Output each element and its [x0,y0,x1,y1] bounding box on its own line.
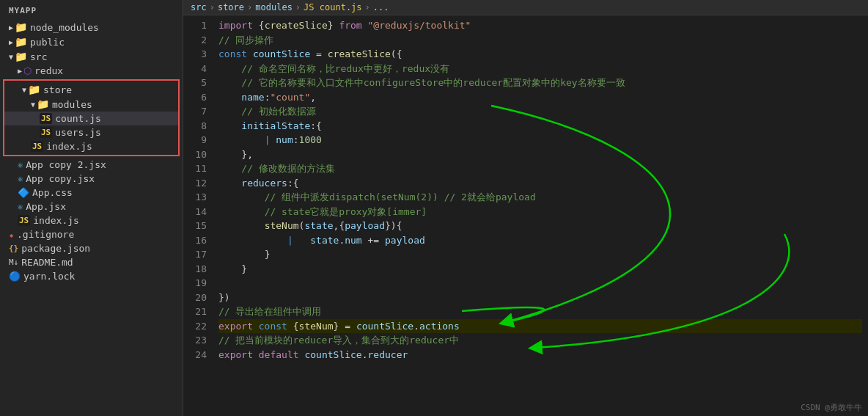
breadcrumb-src: src [191,2,207,12]
breadcrumb-file: JS count.js [304,2,361,12]
breadcrumb-store: store [218,2,244,12]
js-icon: JS [31,141,43,152]
react-icon: ⚛ [18,160,23,170]
sidebar-item-index-js[interactable]: JS index.js [0,214,183,227]
chevron-right-icon: ▶ [9,38,13,46]
react-icon: ⚛ [18,202,23,212]
folder-icon: 📁 [37,98,49,110]
sidebar-label-index-js-store: index.js [46,141,92,152]
folder-icon: 📁 [15,51,27,62]
sidebar-item-app-jsx[interactable]: ⚛ App.jsx [0,200,183,214]
code-area[interactable]: 12345 678910 1112131415 1617181920 21222… [183,15,868,416]
sidebar-label-app-css: App.css [32,187,73,198]
sidebar-item-gitignore[interactable]: ⬥ .gitignore [0,227,183,241]
breadcrumb-sep2: › [247,2,252,12]
breadcrumb-sep4: › [365,2,370,12]
chevron-right-icon: ▶ [18,67,22,75]
sidebar-item-src[interactable]: ▼ 📁 src [0,49,183,64]
sidebar-label-src: src [30,51,47,62]
json-icon: {} [9,244,18,253]
sidebar-label-public: public [30,37,65,48]
sidebar-item-app-copy2[interactable]: ⚛ App copy 2.jsx [0,158,183,172]
chevron-right-icon: ▶ [9,23,13,32]
sidebar-label-store: store [43,84,72,95]
sidebar-label-app-jsx: App.jsx [26,201,66,212]
sidebar-item-redux[interactable]: ▶ ⬡ redux [0,64,183,78]
sidebar-item-app-copy[interactable]: ⚛ App copy.jsx [0,172,183,186]
sidebar-label-package-json: package.json [21,243,90,254]
sidebar-label-users-js: users.js [55,127,101,138]
chevron-down-icon: ▼ [22,86,26,94]
sidebar-label-count-js: count.js [55,113,101,124]
folder-icon: 📁 [28,84,40,95]
sidebar-item-readme[interactable]: M↓ README.md [0,255,183,269]
sidebar: MYAPP ▶ 📁 node_modules ▶ 📁 public ▼ 📁 sr… [0,0,183,416]
breadcrumb-sep3: › [295,2,301,12]
sidebar-label-node-modules: node_modules [30,22,99,33]
breadcrumb-modules: modules [255,2,293,12]
git-icon: ⬥ [9,230,14,240]
js-icon: JS [40,113,52,124]
sidebar-item-node-modules[interactable]: ▶ 📁 node_modules [0,20,183,34]
js-icon: JS [18,215,30,226]
sidebar-label-app-copy2: App copy 2.jsx [26,159,106,170]
sidebar-item-package-json[interactable]: {} package.json [0,241,183,255]
sidebar-item-index-js-store[interactable]: JS index.js [4,139,178,153]
sidebar-item-yarn-lock[interactable]: 🔵 yarn.lock [0,269,183,283]
breadcrumb: src › store › modules › JS count.js › ..… [183,0,868,15]
sidebar-item-modules[interactable]: ▼ 📁 modules [4,97,178,112]
folder-icon: 📁 [15,21,27,33]
line-numbers: 12345 678910 1112131415 1617181920 21222… [183,15,213,416]
react-icon: ⚛ [18,174,23,184]
chevron-down-icon: ▼ [31,101,35,109]
sidebar-item-users-js[interactable]: JS users.js [4,125,178,139]
chevron-down-icon: ▼ [9,53,13,61]
sidebar-label-app-copy: App copy.jsx [26,173,95,184]
code-content[interactable]: import {createSlice} from "@reduxjs/tool… [213,15,868,416]
sidebar-label-yarn-lock: yarn.lock [23,271,75,282]
sidebar-header: MYAPP [0,0,183,20]
sidebar-label-redux: redux [34,65,63,76]
watermark: CSDN @勇敢牛牛 [801,402,862,413]
sidebar-item-count-js[interactable]: JS count.js [4,112,178,125]
breadcrumb-dots: ... [373,2,389,12]
redux-icon: ⬡ [23,65,32,76]
sidebar-item-app-css[interactable]: 🔷 App.css [0,186,183,200]
sidebar-label-modules: modules [52,99,92,110]
css-icon: 🔷 [18,187,29,198]
breadcrumb-sep1: › [210,2,215,12]
sidebar-label-index-js: index.js [33,215,79,226]
highlighted-store-section: ▼ 📁 store ▼ 📁 modules JS count.js JS use… [3,79,180,156]
sidebar-item-store[interactable]: ▼ 📁 store [4,82,178,97]
js-icon: JS [40,127,52,138]
yarn-icon: 🔵 [9,271,21,282]
folder-icon: 📁 [15,36,27,48]
sidebar-item-public[interactable]: ▶ 📁 public [0,34,183,49]
editor-panel: src › store › modules › JS count.js › ..… [183,0,868,416]
sidebar-label-readme: README.md [21,257,73,268]
md-icon: M↓ [9,258,18,267]
sidebar-label-gitignore: .gitignore [17,229,74,240]
